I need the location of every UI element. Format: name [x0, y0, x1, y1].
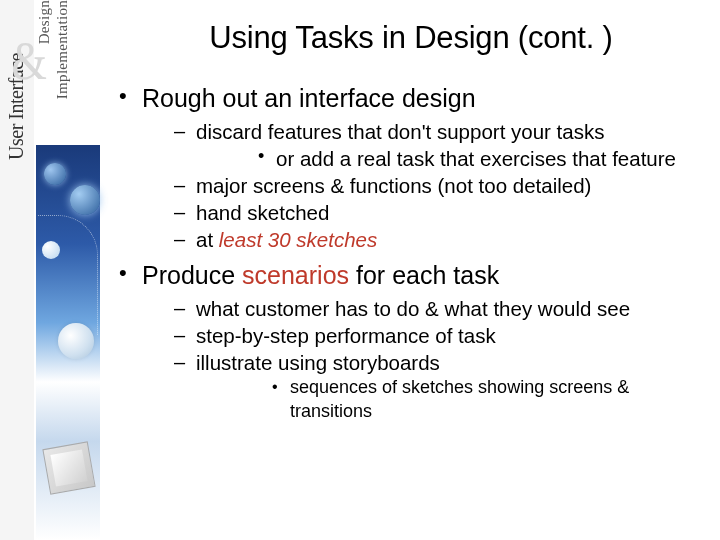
- wireframe-arc: [38, 215, 98, 335]
- bullet-text: Rough out an interface design: [142, 84, 476, 112]
- bullet-storyboards: illustrate using storyboards sequences o…: [142, 349, 710, 424]
- bullet-text: or add a real task that exercises that f…: [276, 147, 676, 170]
- bullet-emphasis: least 30 sketches: [219, 228, 377, 251]
- bullet-text: hand sketched: [196, 201, 329, 224]
- sidebar-graphic: [36, 145, 100, 540]
- bullet-list-level3: sequences of sketches showing screens & …: [196, 376, 710, 424]
- sidebar-subtitle-design: Design: [36, 0, 53, 52]
- bullet-discard: discard features that don't support your…: [142, 118, 710, 172]
- orb-icon: [70, 185, 100, 215]
- bullet-list-level1: Rough out an interface design discard fe…: [112, 82, 710, 424]
- cube-icon: [42, 441, 95, 494]
- bullet-sequences: sequences of sketches showing screens & …: [196, 376, 710, 424]
- sidebar-subtitle-impl: Implementation: [54, 0, 71, 107]
- bullet-list-level3: or add a real task that exercises that f…: [196, 145, 710, 172]
- bullet-prefix: at: [196, 228, 219, 251]
- bullet-list-level2: discard features that don't support your…: [142, 118, 710, 253]
- bullet-text: illustrate using storyboards: [196, 351, 440, 374]
- bullet-text: step-by-step performance of task: [196, 324, 496, 347]
- bullet-text: discard features that don't support your…: [196, 120, 604, 143]
- orb-icon: [42, 241, 60, 259]
- slide-content: Using Tasks in Design (cont. ) Rough out…: [112, 6, 710, 430]
- sidebar: User Interface & Design Implementation: [0, 0, 100, 540]
- bullet-hand-sketched: hand sketched: [142, 199, 710, 226]
- bullet-emphasis: scenarios: [242, 261, 349, 289]
- bullet-suffix: for each task: [349, 261, 499, 289]
- orb-icon: [58, 323, 94, 359]
- orb-icon: [44, 163, 66, 185]
- bullet-major-screens: major screens & functions (not too detai…: [142, 172, 710, 199]
- bullet-list-level2: what customer has to do & what they woul…: [142, 295, 710, 424]
- bullet-prefix: Produce: [142, 261, 242, 289]
- bullet-text: major screens & functions (not too detai…: [196, 174, 591, 197]
- bullet-add-real-task: or add a real task that exercises that f…: [196, 145, 710, 172]
- bullet-text: what customer has to do & what they woul…: [196, 297, 630, 320]
- bullet-customer-see: what customer has to do & what they woul…: [142, 295, 710, 322]
- bullet-rough-out: Rough out an interface design discard fe…: [112, 82, 710, 253]
- bullet-produce-scenarios: Produce scenarios for each task what cus…: [112, 259, 710, 424]
- bullet-step-by-step: step-by-step performance of task: [142, 322, 710, 349]
- bullet-text: sequences of sketches showing screens & …: [290, 377, 629, 421]
- slide: User Interface & Design Implementation U…: [0, 0, 720, 540]
- slide-title: Using Tasks in Design (cont. ): [112, 20, 710, 56]
- bullet-30-sketches: at least 30 sketches: [142, 226, 710, 253]
